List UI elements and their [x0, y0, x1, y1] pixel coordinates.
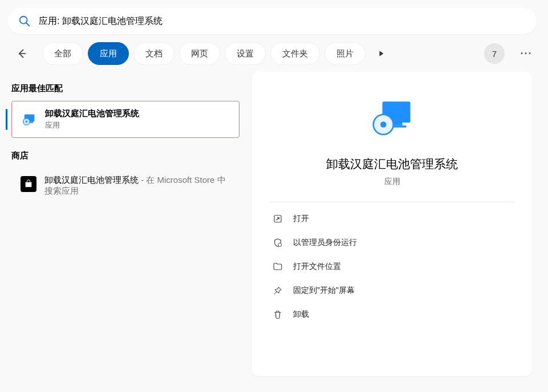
detail-pane: 卸载汉庭汇电池管理系统 应用 打开 以管理员身份运行 [252, 72, 532, 376]
result-text: 卸载汉庭汇电池管理系统 应用 [45, 108, 139, 130]
search-panel: 全部 应用 文档 网页 设置 文件夹 照片 7 ··· 应用最佳匹配 [0, 0, 548, 392]
action-pin-start[interactable]: 固定到"开始"屏幕 [269, 279, 515, 303]
svg-point-6 [26, 120, 28, 122]
store-line1: 卸载汉庭汇电池管理系统 - 在 Microsoft Store 中搜索应用 [44, 175, 230, 197]
filter-folders[interactable]: 文件夹 [270, 42, 320, 65]
action-open-location[interactable]: 打开文件位置 [269, 255, 515, 279]
app-icon [21, 112, 37, 128]
svg-point-14 [278, 243, 282, 247]
svg-rect-7 [26, 182, 32, 187]
action-uninstall-label: 卸载 [293, 309, 309, 320]
result-store-search[interactable]: 卸载汉庭汇电池管理系统 - 在 Microsoft Store 中搜索应用 [11, 168, 240, 203]
filter-web[interactable]: 网页 [179, 42, 220, 65]
filter-documents[interactable]: 文档 [133, 42, 174, 65]
detail-subtitle: 应用 [384, 177, 400, 187]
more-options-button[interactable]: ··· [516, 43, 537, 64]
ms-store-icon [21, 176, 36, 192]
search-box[interactable] [8, 8, 537, 34]
actions-list: 打开 以管理员身份运行 打开文件位置 [269, 207, 515, 326]
result-title: 卸载汉庭汇电池管理系统 [45, 108, 139, 119]
search-icon [18, 15, 31, 27]
folder-icon [273, 262, 283, 272]
open-icon [273, 214, 283, 224]
content-area: 应用最佳匹配 卸载汉庭汇电池管理系统 应用 [0, 72, 548, 392]
divider [269, 202, 515, 202]
filter-apps[interactable]: 应用 [88, 42, 129, 65]
back-button[interactable] [11, 43, 32, 64]
filter-settings[interactable]: 设置 [225, 42, 266, 65]
section-best-match: 应用最佳匹配 [11, 83, 245, 94]
section-store: 商店 [11, 150, 245, 161]
result-count-badge[interactable]: 7 [484, 43, 505, 64]
result-subtitle: 应用 [45, 120, 139, 130]
svg-point-12 [380, 121, 387, 128]
action-open-label: 打开 [293, 214, 309, 224]
action-pin-start-label: 固定到"开始"屏幕 [293, 285, 355, 296]
filters-row: 全部 应用 文档 网页 设置 文件夹 照片 7 ··· [0, 40, 548, 72]
action-open[interactable]: 打开 [269, 207, 515, 231]
result-best-match[interactable]: 卸载汉庭汇电池管理系统 应用 [11, 101, 240, 138]
filter-more-play[interactable] [370, 42, 393, 65]
results-list: 应用最佳匹配 卸载汉庭汇电池管理系统 应用 [0, 72, 245, 392]
trash-icon [273, 309, 283, 320]
search-bar-container [0, 0, 548, 40]
search-input[interactable] [39, 16, 526, 26]
action-run-admin[interactable]: 以管理员身份运行 [269, 231, 515, 255]
pin-icon [273, 285, 283, 296]
action-open-location-label: 打开文件位置 [293, 262, 341, 272]
store-text: 卸载汉庭汇电池管理系统 - 在 Microsoft Store 中搜索应用 [44, 175, 230, 197]
detail-title: 卸载汉庭汇电池管理系统 [326, 156, 458, 172]
result-best-match-highlight: 卸载汉庭汇电池管理系统 应用 [11, 101, 240, 138]
store-title: 卸载汉庭汇电池管理系统 [44, 175, 139, 185]
action-uninstall[interactable]: 卸载 [269, 303, 515, 326]
filter-all[interactable]: 全部 [42, 42, 83, 65]
action-run-admin-label: 以管理员身份运行 [293, 238, 357, 248]
svg-line-1 [26, 23, 30, 26]
shield-icon [273, 238, 283, 248]
filter-photos[interactable]: 照片 [324, 42, 366, 65]
detail-app-icon [368, 95, 416, 142]
